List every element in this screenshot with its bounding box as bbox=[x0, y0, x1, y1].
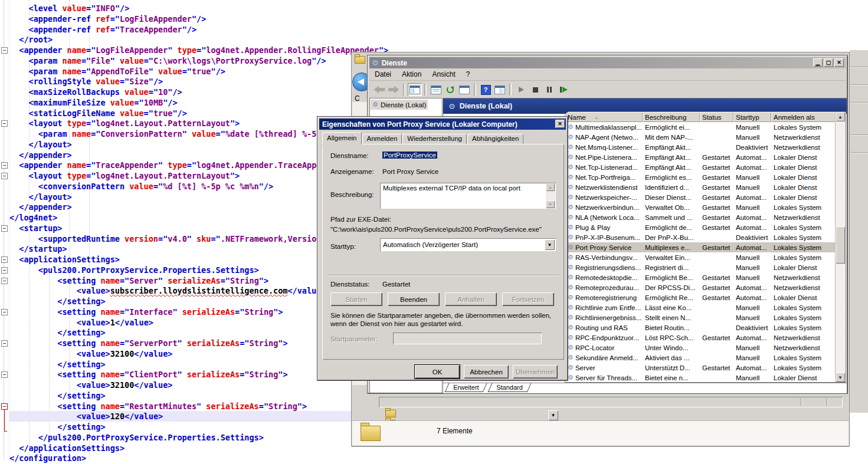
scroll-up-button[interactable]: ▲ bbox=[836, 112, 845, 121]
column-header-anmelden-als[interactable]: Anmelden als bbox=[771, 112, 836, 122]
column-header-status[interactable]: Status bbox=[700, 112, 733, 122]
tab-anmelden[interactable]: Anmelden bbox=[362, 134, 402, 144]
code-line[interactable]: <param name="AppendToFile" value="true"/… bbox=[9, 66, 225, 77]
folder-list-item[interactable] bbox=[385, 409, 396, 418]
service-row[interactable]: ⚙Richtlinienergebniss...Stellt einen N..… bbox=[565, 312, 846, 323]
fold-collapse-icon[interactable] bbox=[1, 267, 8, 274]
help-icon[interactable]: ? bbox=[479, 83, 493, 96]
code-line[interactable]: <supportedRuntime version="v4.0" sku=".N… bbox=[9, 233, 359, 244]
code-line[interactable]: <appender name="TraceAppender" type="log… bbox=[9, 160, 350, 170]
code-line[interactable]: <setting name="Server" serializeAs="Stri… bbox=[9, 275, 268, 286]
starttyp-combobox[interactable]: Automatisch (Verzögerter Start) ▼ bbox=[380, 238, 556, 251]
scroll-down-button[interactable]: ▼ bbox=[546, 200, 555, 208]
dialog-titlebar[interactable]: Eigenschaften von Port Proxy Service (Lo… bbox=[319, 119, 566, 130]
code-line[interactable]: <appender-ref ref="LogFileAppender"/> bbox=[9, 14, 206, 24]
tab-erweitert[interactable]: Erweitert bbox=[445, 383, 487, 392]
code-line[interactable]: </startup> bbox=[9, 243, 67, 254]
service-row[interactable]: ⚙Net.Tcp-Portfreiga...Ermöglicht es...Ge… bbox=[565, 172, 846, 182]
uebernehmen-button[interactable]: Übernehmen bbox=[513, 365, 558, 379]
beenden-button[interactable]: Beenden bbox=[388, 292, 440, 306]
ok-button[interactable]: OK bbox=[415, 365, 460, 379]
code-line[interactable]: <level value="INFO"/> bbox=[9, 3, 129, 14]
fold-collapse-icon[interactable] bbox=[1, 225, 8, 232]
fold-collapse-icon[interactable] bbox=[1, 309, 8, 315]
code-line[interactable]: <param name="File" value="C:\work\logs\P… bbox=[9, 55, 326, 66]
code-line[interactable]: </log4net> bbox=[9, 212, 57, 223]
service-row[interactable]: ⚙Remotedesktopdie...Ermöglicht Be...Gest… bbox=[565, 272, 846, 282]
scroll-up-button[interactable]: ▲ bbox=[546, 183, 555, 191]
forward-icon[interactable] bbox=[386, 83, 401, 96]
properties-icon[interactable] bbox=[429, 83, 443, 96]
column-header-starttyp[interactable]: Starttyp bbox=[733, 112, 771, 122]
startparameter-input[interactable] bbox=[393, 333, 542, 344]
beschreibung-scrollbar[interactable]: ▲ ▼ bbox=[546, 183, 555, 208]
service-row[interactable]: ⚙PnP-X-IP-Busenum...Der PnP-X-Bu...Deakt… bbox=[565, 232, 846, 242]
tab-abhaengigkeiten[interactable]: Abhängigkeiten bbox=[467, 134, 523, 144]
fold-collapse-icon[interactable] bbox=[1, 47, 8, 54]
code-line[interactable]: </setting> bbox=[9, 422, 106, 432]
service-row[interactable]: ⚙Remoteprozedurau...Der RPCSS-Di...Gesta… bbox=[565, 282, 846, 292]
dropdown-arrow-button[interactable]: ▼ bbox=[548, 410, 558, 420]
fold-collapse-icon[interactable] bbox=[1, 371, 8, 378]
export-list-icon[interactable] bbox=[457, 83, 471, 96]
service-row[interactable]: ⚙RAS-Verbindungsv...Verwaltet Ein...Manu… bbox=[565, 252, 846, 262]
service-row[interactable]: ⚙RPC-Endpunktzuor...Löst RPC-Sch...Gesta… bbox=[565, 333, 846, 343]
column-header-name[interactable]: Name▲ bbox=[565, 112, 643, 122]
starten-button[interactable]: Starten bbox=[330, 292, 382, 306]
service-row[interactable]: ⚙Net.Tcp-Listenerad...Empfängt Akt...Ges… bbox=[565, 162, 846, 172]
service-row[interactable]: ⚙Richtlinie zum Entfe...Lässt eine Ko...… bbox=[565, 302, 846, 312]
show-console-tree-icon[interactable] bbox=[408, 83, 422, 96]
code-line[interactable]: <maximumFileSize value="10MB"/> bbox=[9, 97, 178, 108]
scroll-down-button[interactable]: ▼ bbox=[836, 373, 845, 382]
code-line[interactable]: </puls200.PortProxyService.Properties.Se… bbox=[9, 432, 264, 443]
service-row[interactable]: ⚙Net.Pipe-Listenera...Empfängt Akt...Ges… bbox=[565, 152, 846, 162]
code-line[interactable]: <conversionPattern value="%d [%t] %-5p %… bbox=[9, 181, 273, 192]
code-line[interactable]: </appender> bbox=[9, 202, 72, 212]
menu-aktion[interactable]: Aktion bbox=[397, 69, 427, 80]
scrollbar-thumb[interactable] bbox=[836, 226, 845, 264]
code-line[interactable]: </layout> bbox=[9, 192, 72, 202]
code-line[interactable]: <startup> bbox=[9, 223, 62, 233]
tab-standard[interactable]: Standard bbox=[488, 383, 531, 392]
fold-collapse-icon[interactable] bbox=[1, 162, 8, 169]
service-row[interactable]: ⚙Netzwerkspeicher-...Dieser Dienst...Ges… bbox=[565, 192, 846, 202]
chevron-down-icon[interactable]: ▼ bbox=[545, 239, 555, 250]
code-line[interactable]: <appender name="LogFileAppender" type="l… bbox=[9, 45, 388, 55]
fold-collapse-icon[interactable] bbox=[1, 120, 8, 127]
service-row[interactable]: ⚙RPC-LocatorUnter Windo...ManuellNetzwer… bbox=[565, 343, 846, 353]
list-scrollbar[interactable]: ▲ ▼ bbox=[835, 112, 846, 382]
maximize-button[interactable]: ▢ bbox=[824, 58, 833, 67]
code-line[interactable]: </setting> bbox=[9, 390, 106, 401]
fold-collapse-icon[interactable] bbox=[1, 256, 8, 263]
service-row[interactable]: ⚙Netzwerkverbindun...Verwaltet Ob...Gest… bbox=[565, 202, 846, 212]
refresh-icon[interactable] bbox=[443, 83, 457, 96]
restart-service-icon[interactable] bbox=[556, 83, 571, 96]
code-line[interactable]: <appender-ref ref="TraceAppender"/> bbox=[9, 24, 196, 35]
service-row[interactable]: ⚙Multimediaklassenpl...Ermöglicht ei...M… bbox=[565, 122, 846, 132]
service-row[interactable]: ⚙Sekundäre Anmeld...Aktiviert das ...Man… bbox=[565, 353, 846, 363]
beschreibung-textbox[interactable]: Multiplexes external TCP/IP data on loca… bbox=[380, 183, 556, 209]
code-line[interactable]: <layout type="log4net.Layout.PatternLayo… bbox=[9, 170, 240, 181]
close-button[interactable]: ✕ bbox=[834, 58, 844, 67]
fold-collapse-icon[interactable] bbox=[1, 173, 8, 179]
service-row[interactable]: ⚙ServerUnterstützt D...GestartetAutomat.… bbox=[565, 363, 846, 373]
menu-ansicht[interactable]: Ansicht bbox=[427, 69, 460, 80]
code-line[interactable]: <maxSizeRollBackups value="10"/> bbox=[9, 87, 182, 97]
code-line[interactable]: </setting> bbox=[9, 327, 106, 338]
code-line[interactable]: </setting> bbox=[9, 359, 106, 370]
stop-service-icon[interactable] bbox=[528, 83, 542, 96]
column-header-beschreibung[interactable]: Beschreibung bbox=[643, 112, 700, 122]
code-line[interactable]: </setting> bbox=[9, 296, 106, 307]
code-line[interactable]: </root> bbox=[9, 34, 53, 45]
code-line[interactable]: <layout type="log4net.Layout.PatternLayo… bbox=[9, 118, 240, 129]
code-line[interactable]: <setting name="ServerPort" serializeAs="… bbox=[9, 338, 288, 348]
service-row[interactable]: ⚙RemoteregistrierungErmöglicht Re...Gest… bbox=[565, 292, 846, 302]
service-row[interactable]: ⚙NLA (Network Loca...Sammelt und ...Gest… bbox=[565, 212, 846, 222]
menu-hilfe[interactable]: ? bbox=[461, 69, 476, 80]
tree-item-dienste-lokal[interactable]: ⚙ Dienste (Lokal) bbox=[371, 100, 428, 110]
pause-service-icon[interactable] bbox=[542, 83, 556, 96]
service-row[interactable]: ⚙Plug & PlayErmöglicht de...GestartetAut… bbox=[565, 222, 846, 232]
code-line[interactable]: <applicationSettings> bbox=[9, 254, 120, 265]
code-line[interactable]: <setting name="RestartMinutes" serialize… bbox=[9, 401, 307, 412]
tab-allgemein[interactable]: Allgemein bbox=[322, 132, 362, 144]
